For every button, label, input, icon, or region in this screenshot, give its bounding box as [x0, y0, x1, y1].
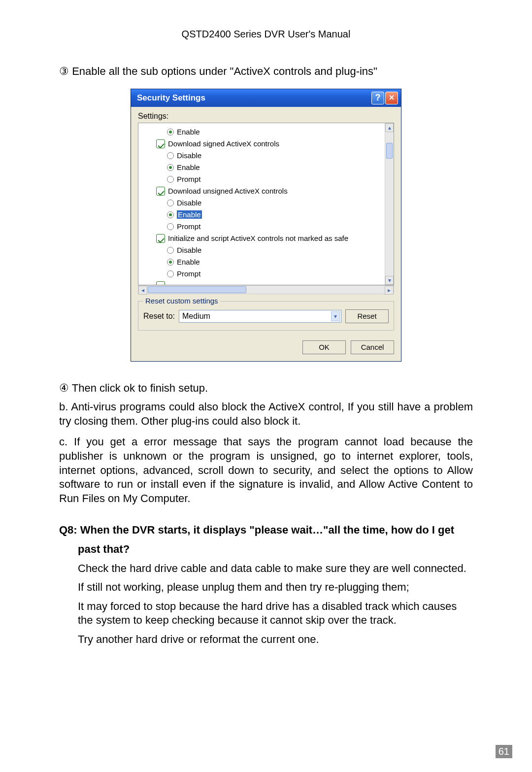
activex-icon [156, 187, 165, 196]
radio-option[interactable]: Prompt [142, 173, 394, 185]
settings-tree[interactable]: Enable Download signed ActiveX controls … [138, 123, 394, 285]
help-button[interactable]: ? [371, 92, 384, 104]
page-number: 61 [496, 745, 512, 758]
radio-icon [167, 152, 174, 159]
tree-header-cutoff [142, 280, 394, 285]
reset-legend: Reset custom settings [143, 297, 220, 305]
horizontal-scrollbar[interactable]: ◂ ▸ [138, 285, 394, 294]
radio-option[interactable]: Disable [142, 244, 394, 256]
reset-to-label: Reset to: [143, 312, 175, 321]
q8-heading-cont: past that? [59, 542, 473, 557]
tree-header[interactable]: Initialize and script ActiveX controls n… [142, 233, 394, 244]
reset-fieldset: Reset custom settings Reset to: Medium ▾… [138, 301, 394, 331]
radio-option[interactable]: Prompt [142, 268, 394, 280]
vertical-scrollbar[interactable]: ▴ ▾ [385, 123, 394, 285]
activex-icon [156, 234, 165, 243]
chevron-down-icon[interactable]: ▾ [331, 311, 340, 321]
radio-icon [167, 211, 174, 218]
activex-icon [156, 281, 165, 285]
radio-icon [167, 247, 174, 254]
scroll-right-icon[interactable]: ▸ [385, 286, 394, 295]
q8-answer: Check the hard drive cable and data cabl… [78, 562, 473, 576]
radio-icon [167, 200, 174, 206]
scroll-left-icon[interactable]: ◂ [138, 286, 147, 295]
titlebar[interactable]: Security Settings ? × [131, 89, 401, 107]
paragraph-c: c. If you get a error message that says … [59, 435, 473, 505]
paragraph-b: b. Anti-virus programs could also block … [59, 400, 473, 428]
settings-label: Settings: [138, 112, 394, 121]
activex-icon [156, 139, 165, 148]
radio-icon [167, 164, 174, 171]
security-settings-dialog: Security Settings ? × Settings: Enable D… [131, 89, 401, 362]
step-3: ③ Enable all the sub options under "Acti… [59, 65, 473, 79]
cancel-button[interactable]: Cancel [351, 340, 394, 354]
scroll-up-icon[interactable]: ▴ [385, 123, 394, 132]
radio-option[interactable]: Enable [142, 209, 394, 221]
page-header: QSTD2400 Series DVR User's Manual [59, 29, 473, 40]
dialog-title: Security Settings [134, 93, 370, 103]
reset-button[interactable]: Reset [345, 309, 389, 323]
circled-3-icon: ③ [59, 65, 69, 77]
radio-icon [167, 259, 174, 266]
radio-option[interactable]: Prompt [142, 221, 394, 233]
q8-heading: Q8: When the DVR starts, it displays "pl… [59, 523, 473, 537]
close-button[interactable]: × [385, 92, 398, 104]
q8-answer: It may forced to stop because the hard d… [78, 600, 473, 628]
q8-answer: Try another hard drive or reformat the c… [78, 633, 473, 647]
scroll-thumb[interactable] [386, 143, 393, 159]
radio-icon [167, 129, 174, 135]
radio-option[interactable]: Enable [142, 126, 394, 138]
radio-icon [167, 223, 174, 230]
tree-header[interactable]: Download unsigned ActiveX controls [142, 185, 394, 197]
step-4: ④ Then click ok to finish setup. [59, 381, 473, 396]
reset-to-select[interactable]: Medium ▾ [179, 310, 341, 323]
radio-option[interactable]: Disable [142, 150, 394, 162]
radio-icon [167, 270, 174, 277]
scroll-thumb[interactable] [148, 286, 246, 293]
scroll-down-icon[interactable]: ▾ [385, 276, 394, 285]
radio-option[interactable]: Enable [142, 162, 394, 173]
q8-answer: If still not working, please unplug them… [78, 580, 473, 595]
tree-header[interactable]: Download signed ActiveX controls [142, 138, 394, 150]
ok-button[interactable]: OK [302, 340, 346, 354]
circled-4-icon: ④ [59, 382, 69, 394]
radio-icon [167, 176, 174, 183]
radio-option[interactable]: Disable [142, 197, 394, 209]
radio-option[interactable]: Enable [142, 256, 394, 268]
